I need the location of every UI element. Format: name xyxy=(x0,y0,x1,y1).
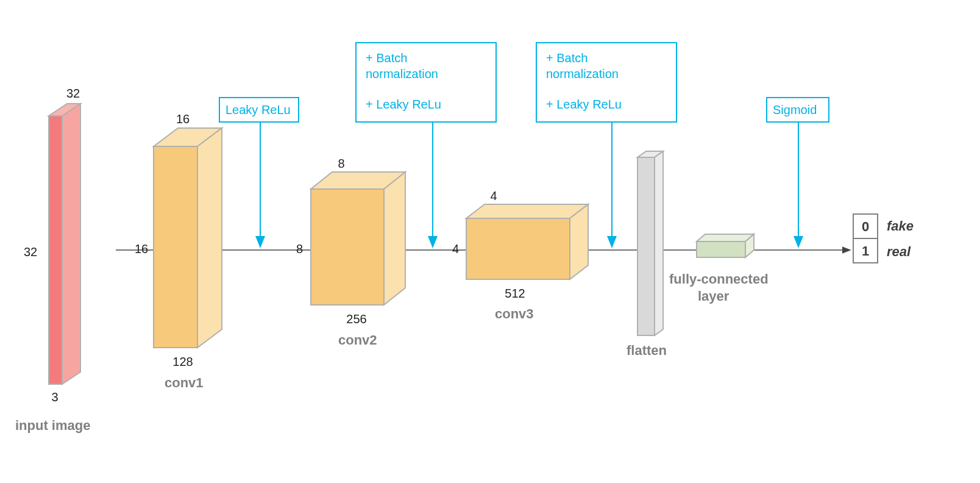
activation-3-line-1: normalization xyxy=(546,67,619,80)
flatten-name-label: flatten xyxy=(627,343,667,358)
conv1-h-label: 16 xyxy=(135,242,148,256)
conv2-name-label: conv2 xyxy=(338,332,377,348)
output-fake-label: fake xyxy=(887,218,914,234)
output-0-digit: 0 xyxy=(862,219,869,234)
svg-marker-18 xyxy=(697,234,754,242)
activation-box-1: Leaky ReLu xyxy=(219,98,299,247)
svg-marker-7 xyxy=(197,128,222,348)
output-block: 0 1 fake real xyxy=(853,214,914,263)
conv3-c-label: 512 xyxy=(505,287,525,300)
conv3-block: 4 4 512 conv3 xyxy=(452,189,588,321)
svg-marker-4 xyxy=(62,104,80,384)
conv3-w-label: 4 xyxy=(490,189,497,202)
conv1-c-label: 128 xyxy=(172,355,193,368)
svg-rect-2 xyxy=(49,116,62,384)
input-c-label: 3 xyxy=(51,390,58,404)
svg-marker-16 xyxy=(655,151,663,335)
activation-1-line-0: Leaky ReLu xyxy=(225,103,291,116)
output-real-label: real xyxy=(887,244,911,259)
svg-marker-13 xyxy=(570,204,588,279)
conv3-h-label: 4 xyxy=(452,242,459,256)
activation-3-line-2: + Leaky ReLu xyxy=(546,98,622,111)
svg-rect-8 xyxy=(311,189,384,305)
svg-marker-12 xyxy=(466,204,588,218)
svg-rect-14 xyxy=(637,157,655,335)
input-block: 32 32 3 input image xyxy=(15,87,90,433)
conv1-block: 16 16 128 conv1 xyxy=(135,112,222,390)
fc-name-label-1: fully-connected xyxy=(669,271,769,287)
activation-2-line-2: + Leaky ReLu xyxy=(366,98,441,111)
discriminator-architecture-diagram: 32 32 3 input image 16 16 128 conv1 8 8 … xyxy=(0,0,980,483)
activation-4-line-0: Sigmoid xyxy=(773,103,817,116)
activation-2-line-1: normalization xyxy=(366,67,438,80)
activation-3-line-0: + Batch xyxy=(546,51,588,65)
svg-rect-11 xyxy=(466,218,570,279)
svg-rect-5 xyxy=(154,146,197,348)
input-w-label: 32 xyxy=(66,87,80,100)
input-name-label: input image xyxy=(15,418,90,433)
activation-box-4: Sigmoid xyxy=(767,98,829,247)
conv2-block: 8 8 256 conv2 xyxy=(296,157,405,348)
conv1-name-label: conv1 xyxy=(165,375,204,390)
activation-2-line-0: + Batch xyxy=(366,51,407,65)
conv2-h-label: 8 xyxy=(296,242,303,256)
fc-block: fully-connected layer xyxy=(669,234,769,304)
conv1-w-label: 16 xyxy=(176,112,190,126)
fc-name-label-2: layer xyxy=(698,288,730,304)
input-h-label: 32 xyxy=(24,245,37,259)
conv3-name-label: conv3 xyxy=(495,306,534,321)
svg-rect-17 xyxy=(697,242,745,257)
flatten-block: flatten xyxy=(627,151,667,358)
conv2-w-label: 8 xyxy=(338,157,344,170)
conv2-c-label: 256 xyxy=(346,312,366,326)
output-1-digit: 1 xyxy=(862,243,869,259)
svg-marker-10 xyxy=(384,172,405,305)
